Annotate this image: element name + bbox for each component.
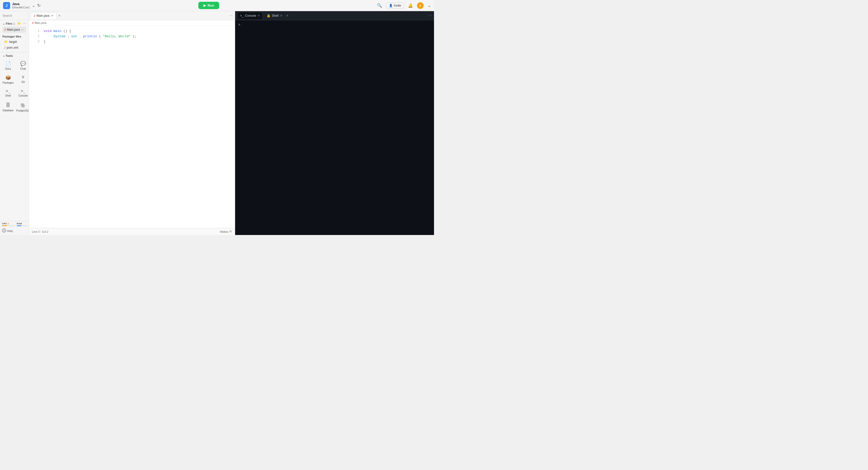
tool-chat[interactable]: 💬 Chat	[15, 59, 29, 72]
tools-chevron-icon: ⌄	[3, 54, 5, 57]
tool-console[interactable]: >_ Console	[15, 87, 29, 100]
run-button[interactable]: ▶ Run	[198, 2, 219, 9]
console-tab-shell[interactable]: 🔒 Shell ✕	[264, 12, 285, 19]
chevron-down-icon: ⌄	[3, 22, 5, 25]
console-content[interactable]: >	[235, 20, 434, 235]
tool-shell-label: Shell	[5, 94, 11, 97]
editor-content[interactable]: 1 void main () { 2 System	[29, 26, 235, 228]
editor-tab-more-button[interactable]: ⋯	[229, 14, 233, 18]
console-panel: >_ Console ✕ 🔒 Shell ✕ + ⋯ >	[235, 11, 434, 235]
user-dropdown-button[interactable]: ⌄	[428, 3, 431, 8]
editor-tab-add-button[interactable]: +	[58, 13, 60, 18]
line-content-2: System . out . println ( "Hello, World" …	[43, 34, 136, 39]
postgresql-icon: 🐘	[20, 103, 26, 108]
invite-button[interactable]: 👤 Invite	[386, 3, 404, 9]
file-item-main-java[interactable]: J Main.java ⋯	[3, 27, 26, 33]
invite-icon: 👤	[389, 4, 393, 7]
right-panel: J Main.java ✕ + ⋯ J Main.java 1 void	[29, 11, 434, 235]
chat-icon: 💬	[20, 61, 26, 66]
new-file-button[interactable]: ◻	[12, 22, 16, 26]
editor-tab-main-java[interactable]: J Main.java ✕	[31, 12, 57, 19]
editor-footer: Line 3 : Col 2 History ↻	[29, 228, 235, 235]
refresh-button[interactable]: ↻	[37, 3, 40, 8]
tool-packages[interactable]: 📦 Packages	[2, 73, 15, 86]
search-button[interactable]: 🔍	[377, 3, 382, 8]
console-tab-console[interactable]: >_ Console ✕	[237, 12, 263, 19]
tool-git[interactable]: ⑂ Git	[15, 73, 29, 86]
console-tab-console-close[interactable]: ✕	[257, 14, 260, 18]
folder-icon: 📁	[4, 40, 8, 43]
console-tab-add-button[interactable]: +	[286, 13, 288, 18]
topbar-center: ▶ Run	[198, 2, 219, 9]
line-number-2: 2	[32, 34, 39, 39]
cursor-position: Line 3 : Col 2	[32, 230, 49, 233]
app-dropdown-button[interactable]: ⌄	[32, 3, 35, 8]
sidebar-status-grid: CPU ⚠ RAM Stor	[0, 221, 29, 227]
tool-postgresql[interactable]: 🐘 PostgreSQL	[15, 100, 29, 114]
editor-tab-label: Main.java	[36, 14, 50, 18]
app-subtitle: EthanMcCue1	[12, 6, 30, 9]
breadcrumb-java-icon: J	[32, 21, 33, 24]
app-title: Java	[12, 2, 30, 6]
code-line-1: 1 void main () {	[29, 29, 235, 34]
console-icon: >_	[21, 89, 25, 93]
editor-tab-close-button[interactable]: ✕	[51, 14, 54, 18]
ram-progress-bar	[17, 225, 29, 226]
history-button[interactable]: History ↻	[220, 230, 232, 233]
search-label: Search	[3, 14, 12, 18]
tool-console-label: Console	[19, 94, 28, 97]
line-number-3: 3	[32, 39, 39, 44]
code-line-2: 2 System . out . println ( "Hello, World…	[29, 34, 235, 39]
console-tab-more-button[interactable]: ⋯	[428, 14, 432, 18]
ram-status[interactable]: RAM	[17, 222, 29, 226]
editor-panel: J Main.java ✕ + ⋯ J Main.java 1 void	[29, 11, 235, 235]
app-icon: J	[3, 2, 10, 9]
help-section[interactable]: ⓘ Help	[0, 227, 29, 235]
tool-docs[interactable]: 📄 Docs	[2, 59, 15, 72]
files-section-title: ⌄ Files	[3, 22, 12, 25]
history-label: History	[220, 230, 228, 233]
docs-icon: 📄	[5, 61, 11, 66]
tool-postgresql-label: PostgreSQL	[16, 109, 29, 112]
tool-git-label: Git	[22, 81, 25, 83]
file-item-target[interactable]: 📁 target	[3, 39, 26, 45]
line-content-1: void main () {	[43, 29, 71, 34]
console-tab-shell-close[interactable]: ✕	[280, 14, 282, 18]
topbar-right: 🔍 👤 Invite 🔔 E ⌄	[377, 2, 431, 9]
tools-title: ⌄ Tools	[2, 54, 27, 57]
console-tab-icon: >_	[240, 14, 244, 18]
shell-tab-icon: 🔒	[267, 14, 271, 18]
shell-icon: >_	[6, 89, 10, 93]
console-prompt: >	[238, 23, 240, 27]
file-item-pom-xml[interactable]: J pom.xml	[3, 45, 26, 51]
files-more-button[interactable]: ⋯	[23, 22, 27, 26]
cpu-status[interactable]: CPU ⚠	[2, 222, 15, 226]
history-icon: ↻	[229, 230, 232, 233]
file-more-button[interactable]: ⋯	[21, 28, 25, 32]
topbar: J Java EthanMcCue1 ⌄ ↻ ▶ Run 🔍 👤 Invite …	[0, 0, 434, 11]
main-layout: Search ⌄ Files ◻ 📁 ⋯ J Main.java	[0, 11, 434, 235]
breadcrumb-label: Main.java	[34, 21, 46, 24]
tool-database[interactable]: 🗄 Database	[2, 100, 15, 114]
folder-name-target: target	[9, 40, 17, 43]
tools-section: ⌄ Tools 📄 Docs 💬 Chat 📥 Threads 📦	[0, 52, 29, 221]
tool-shell[interactable]: >_ Shell	[2, 87, 15, 100]
file-name-main-java: Main.java	[7, 28, 20, 31]
help-icon: ⓘ	[2, 228, 6, 233]
packager-section: Packager files 📁 target J pom.xml	[0, 33, 29, 51]
notifications-button[interactable]: 🔔	[408, 3, 413, 8]
avatar[interactable]: E	[417, 2, 424, 9]
packager-title: Packager files	[3, 35, 26, 38]
topbar-left: J Java EthanMcCue1 ⌄ ↻	[3, 2, 40, 9]
tool-database-label: Database	[3, 109, 14, 112]
line-number-1: 1	[32, 29, 39, 33]
tool-packages-label: Packages	[3, 81, 14, 84]
new-folder-button[interactable]: 📁	[17, 22, 22, 26]
git-icon: ⑂	[22, 75, 24, 80]
cpu-progress-bar	[2, 225, 15, 226]
java-file-icon: J	[4, 28, 6, 31]
run-icon: ▶	[204, 4, 206, 7]
maven-file-icon: J	[4, 46, 6, 49]
sidebar-search[interactable]: Search	[0, 11, 29, 20]
tool-chat-label: Chat	[21, 67, 26, 70]
